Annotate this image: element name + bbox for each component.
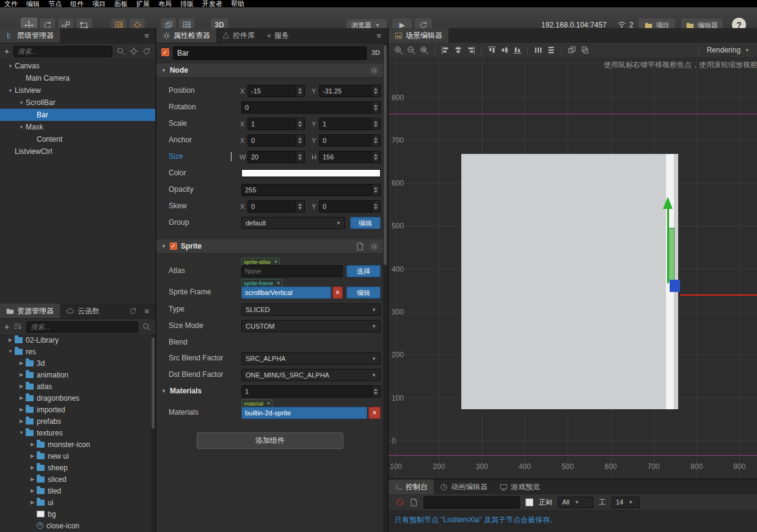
search-icon[interactable]	[117, 47, 125, 56]
tab-scene[interactable]: 场景编辑器	[389, 28, 448, 43]
asset-item[interactable]: ▶ animation	[0, 369, 150, 381]
tree-node[interactable]: ▼ Listview	[0, 84, 155, 97]
move-gizmo-y-axis[interactable]	[667, 208, 669, 283]
component-settings-gear-icon[interactable]	[370, 242, 378, 250]
tab-cloud-functions[interactable]: 云函数	[60, 304, 106, 318]
stepper[interactable]	[296, 118, 304, 129]
assets-search-input[interactable]	[26, 321, 138, 333]
expand-arrow-icon[interactable]: ▶	[17, 372, 26, 377]
stepper[interactable]	[371, 151, 379, 162]
font-size-dropdown[interactable]: 14 ▼	[612, 497, 640, 508]
size-w-field[interactable]: 20	[247, 151, 305, 163]
asset-item[interactable]: ▶ 3d	[0, 357, 150, 369]
stepper[interactable]	[371, 118, 379, 129]
expand-arrow-icon[interactable]: ▶	[17, 418, 26, 424]
asset-item[interactable]: ▼ textures	[0, 427, 150, 439]
tab-inspector[interactable]: 属性检查器	[156, 28, 216, 43]
edit-sprite-frame-button[interactable]: 编辑	[346, 286, 381, 299]
tree-node[interactable]: ▼ Canvas	[0, 60, 155, 72]
menu-item[interactable]: 文件	[0, 0, 22, 7]
expand-arrow-icon[interactable]: ▶	[6, 337, 15, 343]
align-horizontal-center-icon[interactable]	[452, 45, 464, 56]
node-settings-gear-icon[interactable]	[370, 67, 378, 75]
align-left-icon[interactable]	[439, 45, 452, 56]
expand-arrow-icon[interactable]: ▶	[17, 384, 26, 389]
node-name-input[interactable]	[173, 46, 367, 60]
stepper[interactable]	[371, 135, 379, 146]
menu-item[interactable]: 面板	[110, 0, 132, 7]
expand-arrow-icon[interactable]: ▶	[17, 360, 26, 366]
expand-arrow-icon[interactable]: ▶	[28, 500, 37, 505]
refresh-icon[interactable]	[142, 47, 151, 56]
stepper[interactable]	[371, 184, 379, 195]
select-atlas-button[interactable]: 选择	[346, 265, 381, 277]
asset-item[interactable]: ▶ dragonbones	[0, 392, 150, 404]
menu-item[interactable]: 排版	[176, 0, 198, 7]
tree-node[interactable]: ▼ Mask	[0, 121, 155, 133]
node-active-checkbox[interactable]: ✓	[161, 48, 169, 56]
asset-item[interactable]: ▶ monster-icon	[0, 439, 150, 450]
menu-item[interactable]: 组件	[66, 0, 88, 7]
locate-node-icon[interactable]	[130, 47, 138, 56]
create-asset-button[interactable]: +	[4, 322, 9, 331]
stepper[interactable]	[371, 201, 379, 212]
stepper[interactable]	[371, 86, 379, 97]
expand-arrow-icon[interactable]: ▶	[17, 407, 26, 412]
asset-item[interactable]: bg	[0, 508, 150, 520]
expand-arrow-icon[interactable]: ▶	[17, 395, 26, 401]
stepper[interactable]	[371, 102, 379, 113]
clear-sprite-frame-button[interactable]: ×	[332, 286, 343, 299]
expand-arrow-icon[interactable]: ▼	[17, 100, 26, 106]
hierarchy-search-input[interactable]	[13, 46, 112, 57]
panel-menu-icon[interactable]: ≡	[144, 31, 149, 40]
align-vertical-center-icon[interactable]	[498, 45, 511, 56]
panel-menu-icon[interactable]: ≡	[144, 307, 149, 316]
asset-item[interactable]: close-icon	[0, 520, 150, 531]
stepper[interactable]	[296, 201, 304, 212]
stepper[interactable]	[296, 135, 304, 146]
tab-assets[interactable]: 资源管理器	[0, 304, 60, 318]
search-icon[interactable]	[142, 322, 151, 331]
menu-item[interactable]: 扩展	[132, 0, 154, 7]
asset-item[interactable]: ▶ new ui	[0, 450, 150, 462]
tab-services[interactable]: « 服务	[261, 28, 295, 43]
sprite-frame-field[interactable]: scrollbarVertical	[241, 286, 331, 299]
tab-hierarchy[interactable]: 层级管理器	[0, 28, 60, 43]
opacity-field[interactable]: 255	[241, 184, 381, 196]
size-mode-dropdown[interactable]: CUSTOM ▼	[241, 320, 381, 332]
collapse-arrow-icon[interactable]: ▼	[161, 68, 166, 73]
create-node-button[interactable]: +	[4, 47, 9, 56]
expand-arrow-icon[interactable]: ▼	[6, 88, 15, 93]
align-top-icon[interactable]	[485, 45, 498, 56]
rotation-field[interactable]: 0	[241, 101, 381, 114]
tree-node[interactable]: Bar	[0, 109, 155, 121]
clear-console-icon[interactable]	[396, 498, 404, 506]
panel-menu-icon[interactable]: ≡	[376, 31, 381, 40]
stepper[interactable]	[296, 86, 304, 97]
expand-arrow-icon[interactable]: ▶	[28, 453, 37, 459]
expand-arrow-icon[interactable]: ▶	[28, 488, 37, 494]
menu-item[interactable]: 编辑	[22, 0, 44, 7]
inspector-scrollbar[interactable]	[383, 43, 387, 532]
rendering-dropdown[interactable]: Rendering ▼	[695, 46, 753, 54]
scene-viewport[interactable]: 使用鼠标右键平移视察焦点，使用滚轮缩放视察焦点 9008007006005004…	[389, 57, 757, 478]
scale-x-field[interactable]: 1	[247, 118, 305, 130]
group-dropdown[interactable]: default ▼	[241, 217, 345, 229]
refresh-assets-icon[interactable]	[129, 307, 137, 315]
tab-widget-library[interactable]: 控件库	[216, 28, 261, 43]
expand-arrow-icon[interactable]: ▼	[17, 125, 26, 130]
sprite-type-dropdown[interactable]: SLICED ▼	[241, 304, 381, 316]
position-y-field[interactable]: -31.25	[319, 85, 381, 97]
collapse-arrow-icon[interactable]: ▼	[161, 244, 166, 249]
same-height-icon[interactable]	[578, 45, 591, 56]
atlas-field[interactable]: None	[241, 265, 343, 277]
move-gizmo-origin[interactable]	[670, 280, 680, 292]
menu-item[interactable]: 节点	[44, 0, 66, 7]
menu-item[interactable]: 帮助	[227, 0, 249, 7]
stepper[interactable]	[296, 151, 304, 162]
menu-item[interactable]: 开发者	[198, 0, 227, 7]
materials-count-field[interactable]: 1	[241, 385, 381, 398]
tree-node[interactable]: Content	[0, 133, 155, 145]
size-h-field[interactable]: 156	[319, 151, 381, 163]
position-x-field[interactable]: -15	[247, 85, 305, 97]
